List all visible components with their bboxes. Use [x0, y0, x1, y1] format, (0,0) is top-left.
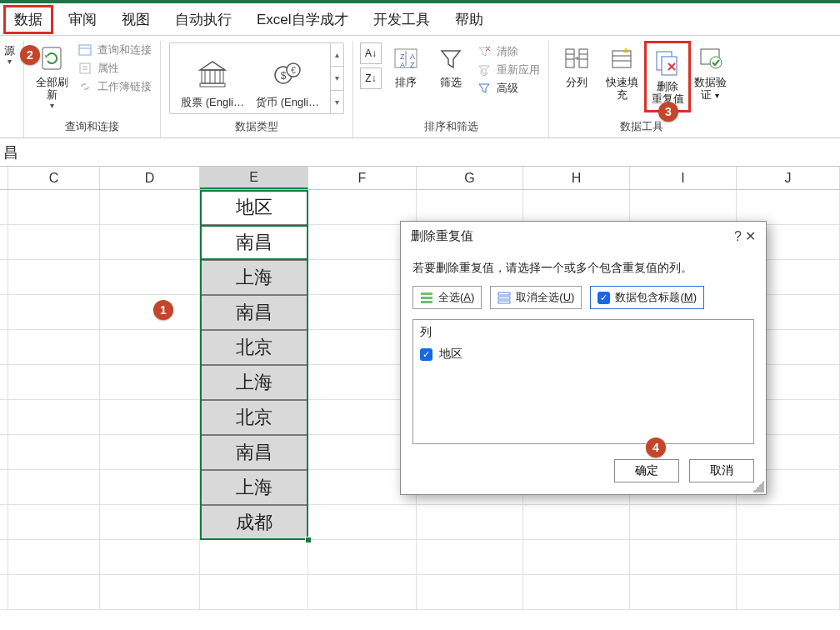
tab-view[interactable]: 视图: [112, 5, 160, 34]
svg-text:$: $: [281, 70, 287, 82]
tab-help[interactable]: 帮助: [445, 5, 493, 34]
tab-automate[interactable]: 自动执行: [165, 5, 242, 34]
table-cell[interactable]: 上海: [200, 365, 308, 400]
properties-button[interactable]: 属性: [78, 61, 152, 76]
col-header[interactable]: J: [737, 167, 840, 189]
check-icon: ✓: [598, 292, 610, 304]
get-data-button[interactable]: 源 ▾: [0, 41, 18, 69]
dialog-help-button[interactable]: ?: [734, 229, 742, 243]
text-to-columns-button[interactable]: 分列: [554, 41, 599, 92]
tab-review[interactable]: 审阅: [58, 5, 107, 34]
sort-button[interactable]: ZAAZ 排序: [383, 41, 428, 92]
annotation-4: 4: [646, 438, 666, 458]
resize-grip[interactable]: [752, 481, 764, 492]
advanced-icon: [477, 81, 492, 96]
worksheet[interactable]: C D E F G H I J 地区 南昌 上海 南昌 北京 上海: [0, 167, 840, 630]
listbox-item[interactable]: ✓ 地区: [420, 347, 747, 362]
svg-text:Z: Z: [410, 61, 415, 69]
svg-rect-24: [566, 49, 574, 68]
refresh-icon: [38, 44, 66, 72]
svg-rect-44: [498, 301, 510, 303]
reapply-icon: [477, 62, 492, 78]
svg-rect-3: [80, 63, 90, 73]
properties-icon: [78, 61, 92, 76]
ribbon-tabs: 数据 审阅 视图 自动执行 Excel自学成才 开发工具 帮助: [0, 3, 840, 35]
table-cell[interactable]: 上海: [200, 260, 308, 295]
dialog-description: 若要删除重复值，请选择一个或多个包含重复值的列。: [412, 261, 754, 276]
filter-button[interactable]: 筛选: [428, 41, 473, 92]
queries-icon: [78, 42, 92, 58]
tab-data[interactable]: 数据: [3, 5, 53, 34]
data-types-gallery[interactable]: 股票 (Engli… $€ 货币 (Engli… ▴ ▾ ▾: [169, 42, 344, 114]
ribbon: 源 ▾ 全部刷新 ▾ 查询和连接 属性: [0, 35, 840, 138]
table-cell[interactable]: 上海: [200, 470, 308, 505]
table-cell[interactable]: 北京: [200, 400, 308, 435]
fill-handle[interactable]: [305, 537, 312, 543]
cancel-button[interactable]: 取消: [689, 459, 754, 482]
col-header[interactable]: G: [417, 167, 523, 189]
remove-duplicates-button[interactable]: 删除 重复值: [648, 45, 688, 108]
tab-developer[interactable]: 开发工具: [363, 5, 440, 34]
gallery-down[interactable]: ▾: [331, 67, 343, 90]
currency-type[interactable]: $€ 货币 (Engli…: [250, 57, 325, 110]
table-cell[interactable]: 成都: [200, 505, 308, 540]
unselect-all-button[interactable]: 取消全选(U): [490, 286, 582, 309]
bank-icon: [195, 57, 230, 92]
currency-icon: $€: [270, 57, 305, 92]
svg-rect-42: [498, 292, 510, 295]
advanced-filter-button[interactable]: 高级: [477, 81, 540, 96]
formula-bar[interactable]: 昌: [0, 138, 840, 167]
col-header[interactable]: F: [308, 167, 417, 189]
columns-listbox[interactable]: 列 ✓ 地区: [412, 319, 754, 444]
sort-asc-icon: A↓: [365, 48, 377, 59]
gallery-up[interactable]: ▴: [331, 43, 343, 67]
remove-duplicates-dialog: 删除重复值 ? ✕ 若要删除重复值，请选择一个或多个包含重复值的列。 全选(A)…: [400, 221, 767, 495]
svg-rect-0: [42, 48, 61, 69]
col-header[interactable]: C: [8, 167, 100, 189]
clear-filter-button[interactable]: 清除: [477, 44, 540, 59]
sort-desc-icon: Z↓: [365, 72, 376, 84]
queries-connections-button[interactable]: 查询和连接: [78, 42, 152, 58]
data-validation-button[interactable]: 数据验 证 ▾: [691, 41, 729, 105]
annotation-2: 2: [20, 45, 40, 65]
col-header-selected[interactable]: E: [200, 167, 308, 189]
ok-button[interactable]: 确定: [614, 459, 679, 482]
table-header-cell[interactable]: 地区: [200, 190, 308, 225]
col-header[interactable]: I: [630, 167, 737, 189]
remove-duplicates-icon: [653, 48, 682, 77]
svg-point-38: [710, 57, 722, 68]
table-cell[interactable]: 南昌: [200, 225, 308, 260]
table-cell[interactable]: 北京: [200, 330, 308, 365]
flash-fill-icon: [608, 44, 636, 72]
flash-fill-button[interactable]: 快速填充: [599, 41, 644, 104]
svg-text:A: A: [410, 52, 415, 61]
col-header[interactable]: [0, 167, 8, 189]
col-header[interactable]: D: [100, 167, 200, 189]
stocks-type[interactable]: 股票 (Engli…: [175, 57, 250, 110]
annotation-1: 1: [153, 300, 173, 320]
select-all-button[interactable]: 全选(A): [412, 286, 482, 309]
sort-desc-button[interactable]: Z↓: [360, 68, 382, 89]
data-has-header-checkbox[interactable]: ✓ 数据包含标题(M): [590, 286, 704, 309]
table-cell[interactable]: 南昌: [200, 295, 308, 330]
svg-rect-34: [662, 57, 677, 75]
svg-rect-41: [421, 301, 432, 303]
dialog-close-button[interactable]: ✕: [745, 229, 756, 243]
group-tools-label: 数据工具: [620, 117, 663, 138]
annotation-3: 3: [658, 102, 678, 122]
workbook-links-button[interactable]: 工作簿链接: [78, 79, 152, 94]
tab-custom-excel[interactable]: Excel自学成才: [247, 5, 358, 34]
svg-rect-11: [200, 83, 225, 87]
svg-rect-30: [612, 51, 631, 68]
table-cell[interactable]: 南昌: [200, 435, 308, 470]
group-types-label: 数据类型: [235, 117, 278, 138]
listbox-header: 列: [420, 325, 747, 340]
link-icon: [78, 79, 92, 94]
svg-rect-43: [498, 297, 510, 299]
svg-text:€: €: [291, 66, 296, 75]
sort-asc-button[interactable]: A↓: [360, 42, 382, 64]
gallery-more[interactable]: ▾: [331, 91, 343, 113]
reapply-button[interactable]: 重新应用: [477, 62, 540, 78]
col-header[interactable]: H: [523, 167, 630, 189]
sort-dialog-icon: ZAAZ: [392, 44, 420, 72]
